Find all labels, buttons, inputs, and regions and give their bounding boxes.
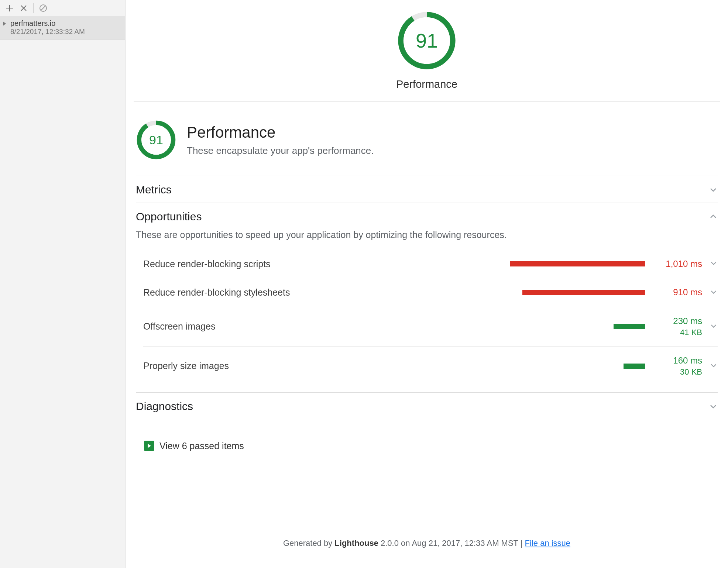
opportunity-item[interactable]: Properly size images 160 ms 30 KB: [143, 346, 718, 386]
opportunity-label: Reduce render-blocking stylesheets: [143, 287, 503, 298]
performance-header: 91 Performance These encapsulate your ap…: [136, 113, 718, 176]
chevron-right-icon: [3, 21, 6, 26]
opportunity-bar: [624, 364, 645, 369]
chevron-down-icon: [710, 288, 718, 297]
play-icon: [144, 441, 154, 451]
file-issue-link[interactable]: File an issue: [525, 538, 571, 548]
opportunity-bar: [614, 324, 645, 329]
chevron-down-icon: [710, 322, 718, 331]
opportunities-description: These are opportunities to speed up your…: [136, 230, 718, 250]
performance-subtitle: These encapsulate your app's performance…: [187, 145, 374, 156]
opportunity-bar-wrap: [510, 364, 645, 369]
diagnostics-title: Diagnostics: [136, 400, 193, 413]
opportunity-bar-wrap: [510, 261, 645, 266]
opportunity-value: 230 ms 41 KB: [652, 315, 702, 338]
metrics-title: Metrics: [136, 183, 172, 196]
chevron-down-icon: [710, 259, 718, 269]
opportunities-title: Opportunities: [136, 210, 202, 223]
close-button[interactable]: [17, 1, 30, 15]
sidebar: perfmatters.io 8/21/2017, 12:33:32 AM: [0, 0, 126, 568]
opportunity-value: 160 ms 30 KB: [652, 355, 702, 378]
hero-score-value: 91: [397, 11, 456, 70]
opportunity-bar: [510, 261, 645, 266]
footer: Generated by Lighthouse 2.0.0 on Aug 21,…: [126, 527, 728, 568]
report-list-item[interactable]: perfmatters.io 8/21/2017, 12:33:32 AM: [0, 16, 125, 40]
opportunity-bar-wrap: [510, 290, 645, 295]
report-site: perfmatters.io: [10, 19, 121, 28]
opportunity-bar: [522, 290, 645, 295]
opportunity-value: 1,010 ms: [652, 258, 702, 270]
opportunity-item[interactable]: Offscreen images 230 ms 41 KB: [143, 307, 718, 346]
performance-gauge-large: 91: [397, 11, 456, 70]
passed-items-toggle[interactable]: View 6 passed items: [136, 434, 244, 460]
clear-all-button[interactable]: [37, 1, 50, 15]
footer-tool-name: Lighthouse: [334, 538, 378, 548]
new-report-button[interactable]: [3, 1, 16, 15]
performance-section: 91 Performance These encapsulate your ap…: [126, 102, 728, 460]
opportunities-list: Reduce render-blocking scripts 1,010 ms …: [136, 250, 718, 386]
metrics-toggle[interactable]: Metrics: [136, 176, 718, 203]
opportunity-value: 910 ms: [652, 286, 702, 298]
opportunities-toggle[interactable]: Opportunities: [136, 203, 718, 230]
chevron-down-icon: [709, 185, 718, 194]
sidebar-toolbar: [0, 0, 125, 16]
main-content: 91 Performance 91 Performance These enca…: [126, 0, 728, 568]
chevron-down-icon: [710, 361, 718, 371]
chevron-down-icon: [709, 402, 718, 411]
perf-score-value: 91: [136, 120, 176, 160]
performance-title: Performance: [187, 124, 374, 141]
opportunity-label: Properly size images: [143, 361, 503, 371]
opportunity-bar-wrap: [510, 324, 645, 329]
svg-line-1: [41, 6, 45, 10]
opportunity-item[interactable]: Reduce render-blocking stylesheets 910 m…: [143, 278, 718, 306]
diagnostics-toggle[interactable]: Diagnostics: [136, 392, 718, 419]
toolbar-separator: [33, 3, 34, 13]
report-datetime: 8/21/2017, 12:33:32 AM: [10, 28, 121, 36]
performance-gauge-small: 91: [136, 120, 176, 160]
opportunity-label: Offscreen images: [143, 321, 503, 332]
opportunity-item[interactable]: Reduce render-blocking scripts 1,010 ms: [143, 250, 718, 278]
hero-score-label: Performance: [396, 78, 457, 90]
chevron-up-icon: [709, 212, 718, 221]
score-hero: 91 Performance: [126, 0, 728, 101]
passed-items-label: View 6 passed items: [159, 441, 244, 451]
opportunity-label: Reduce render-blocking scripts: [143, 259, 503, 269]
